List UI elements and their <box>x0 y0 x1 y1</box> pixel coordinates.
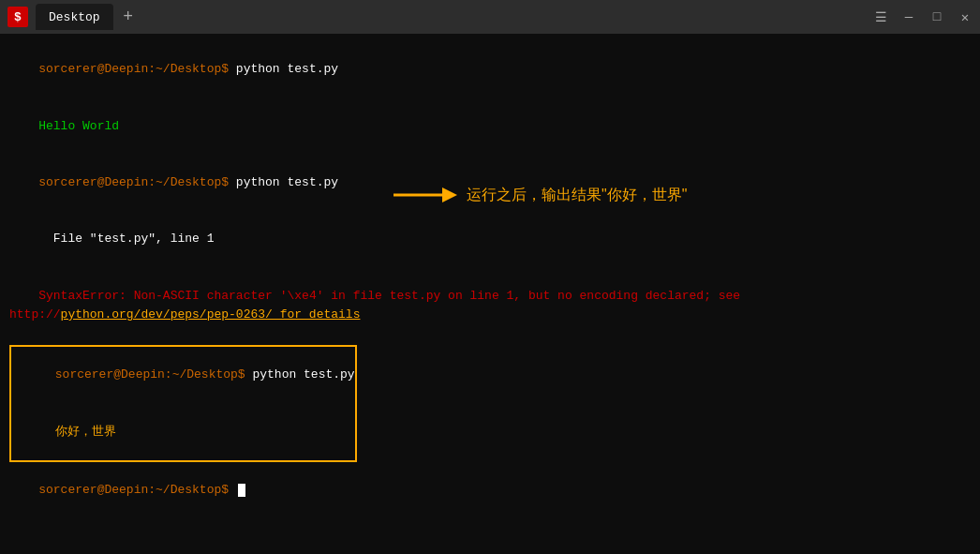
tab-label: Desktop <box>49 10 100 24</box>
error-link: python.org/dev/peps/pep-0263/ for detail… <box>61 307 361 322</box>
syntax-error: SyntaxError: Non-ASCII <box>38 289 206 303</box>
minimize-button[interactable]: — <box>901 9 916 24</box>
tab-desktop[interactable]: Desktop <box>36 4 113 30</box>
terminal-line-7: 你好，世界 <box>11 404 355 460</box>
prompt-2: sorcerer@Deepin:~/Desktop$ <box>38 175 229 189</box>
terminal-line-2: Hello World <box>9 97 971 154</box>
add-tab-button[interactable]: + <box>117 6 140 28</box>
terminal-body: sorcerer@Deepin:~/Desktop$ python test.p… <box>0 34 980 554</box>
annotation-text: 运行之后，输出结果"你好，世界" <box>467 184 687 207</box>
file-ref: File "test.py", line 1 <box>38 232 214 246</box>
output-1: Hello World <box>38 119 119 133</box>
titlebar: $ Desktop + ☰ — □ ✕ <box>0 0 980 34</box>
character-word: character <box>207 289 273 303</box>
prompt-1: sorcerer@Deepin:~/Desktop$ <box>38 62 229 76</box>
annotation: 运行之后，输出结果"你好，世界" <box>393 182 687 208</box>
terminal-line-8: sorcerer@Deepin:~/Desktop$ <box>9 462 971 518</box>
terminal-cursor <box>238 484 245 497</box>
arrow-icon <box>393 182 459 208</box>
cmd-1: python test.py <box>229 62 338 76</box>
maximize-button[interactable]: □ <box>929 9 944 24</box>
terminal-line-4: File "test.py", line 1 <box>9 211 971 267</box>
window-controls: ☰ — □ ✕ <box>873 9 973 24</box>
chinese-output: 你好，世界 <box>55 425 116 439</box>
cmd-2: python test.py <box>229 175 338 189</box>
cmd-3: python test.py <box>245 367 355 382</box>
terminal-line-1: sorcerer@Deepin:~/Desktop$ python test.p… <box>9 41 971 97</box>
prompt-3: sorcerer@Deepin:~/Desktop$ <box>55 367 245 382</box>
svg-marker-1 <box>442 187 457 202</box>
terminal-line-5: SyntaxError: Non-ASCII character '\xe4' … <box>9 268 971 344</box>
terminal-icon: $ <box>7 7 28 27</box>
highlighted-section: sorcerer@Deepin:~/Desktop$ python test.p… <box>9 345 357 462</box>
terminal-line-6: sorcerer@Deepin:~/Desktop$ python test.p… <box>11 347 355 403</box>
prompt-4: sorcerer@Deepin:~/Desktop$ <box>38 483 229 497</box>
close-button[interactable]: ✕ <box>958 9 973 24</box>
menu-button[interactable]: ☰ <box>873 9 888 24</box>
